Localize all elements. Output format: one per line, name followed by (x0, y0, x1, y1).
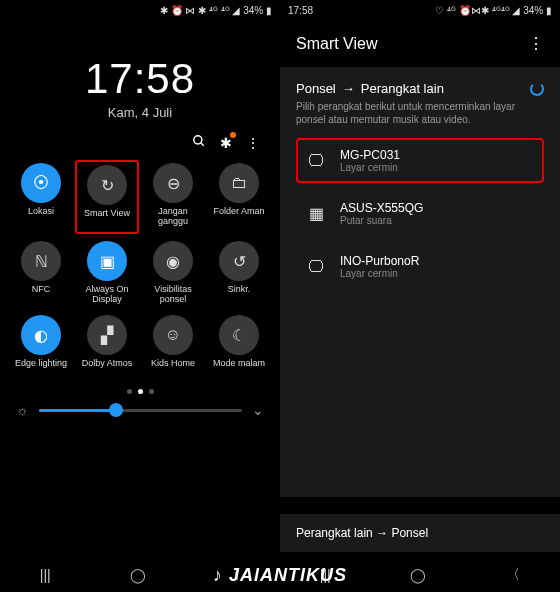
brightness-slider[interactable]: ☼ ⌄ (0, 394, 280, 422)
device-icon: ▦ (304, 204, 328, 223)
tile-icon: ▞ (87, 315, 127, 355)
home-button[interactable]: ◯ (410, 567, 426, 583)
device-name: MG-PC031 (340, 148, 400, 162)
device-name: ASUS-X555QG (340, 201, 423, 215)
section-heading: Ponsel → Perangkat lain (296, 81, 544, 96)
tile-label: Mode malam (213, 359, 265, 379)
status-bar: ✱ ⏰ ⋈ ✱ ⁴ᴳ ⁴ᴳ ◢ 34% ▮ (0, 0, 280, 20)
quick-tile[interactable]: ℕNFC (12, 241, 70, 305)
app-header: Smart View ⋮ (280, 20, 560, 63)
quick-tile[interactable]: ☺Kids Home (144, 315, 202, 379)
time-display: 17:58 (0, 55, 280, 103)
tile-label: Kids Home (151, 359, 195, 379)
tile-icon: ↺ (219, 241, 259, 281)
quick-tile[interactable]: ▞Dolby Atmos (78, 315, 136, 379)
tile-label: Visibilitas ponsel (144, 285, 202, 305)
device-icon: 🖵 (304, 152, 328, 170)
tile-icon: ☾ (219, 315, 259, 355)
tile-icon: ◐ (21, 315, 61, 355)
quick-tile[interactable]: ↺Sinkr. (210, 241, 268, 305)
home-button[interactable]: ◯ (130, 567, 146, 583)
page-title: Smart View (296, 35, 378, 53)
svg-point-0 (194, 136, 202, 144)
tile-label: Sinkr. (228, 285, 251, 305)
tile-icon: ↻ (87, 165, 127, 205)
status-bar: 17:58 ♡ ⁴ᴳ ⏰⋈✱ ⁴ᴳ⁴ᴳ ◢ 34% ▮ (280, 0, 560, 20)
clock-panel: 17:58 Kam, 4 Juli (0, 55, 280, 120)
tile-label: Jangan ganggu (144, 207, 202, 227)
tile-icon: ▣ (87, 241, 127, 281)
quick-tile[interactable]: 🗀Folder Aman (210, 163, 268, 231)
menu-icon[interactable]: ⋮ (246, 135, 260, 151)
device-subtitle: Layar cermin (340, 162, 400, 173)
quick-tile[interactable]: ↻Smart View (75, 160, 139, 234)
loading-spinner-icon (530, 82, 544, 96)
tile-icon: ⊖ (153, 163, 193, 203)
tile-icon: ◉ (153, 241, 193, 281)
tile-label: Folder Aman (213, 207, 264, 227)
tile-label: NFC (32, 285, 51, 305)
watermark-logo: ♪ JAlANTIKUS (213, 565, 347, 586)
tile-label: Dolby Atmos (82, 359, 133, 379)
device-item[interactable]: 🖵MG-PC031Layar cermin (296, 138, 544, 183)
overflow-menu-icon[interactable]: ⋮ (528, 34, 544, 53)
arrow-right-icon: → (342, 81, 355, 96)
tile-label: Always On Display (78, 285, 136, 305)
recents-button[interactable]: ||| (40, 567, 51, 583)
quick-tiles-grid: ⦿Lokasi↻Smart View⊖Jangan ganggu🗀Folder … (0, 157, 280, 385)
svg-line-1 (201, 143, 204, 146)
device-icon: 🖵 (304, 258, 328, 276)
device-list: 🖵MG-PC031Layar cermin▦ASUS-X555QGPutar s… (296, 138, 544, 289)
tile-icon: 🗀 (219, 163, 259, 203)
device-item[interactable]: 🖵INO-PurbonoRLayar cermin (296, 244, 544, 289)
tile-icon: ℕ (21, 241, 61, 281)
device-item[interactable]: ▦ASUS-X555QGPutar suara (296, 191, 544, 236)
tile-icon: ⦿ (21, 163, 61, 203)
date-display: Kam, 4 Juli (0, 105, 280, 120)
search-icon[interactable] (192, 134, 206, 151)
tile-label: Smart View (84, 209, 130, 229)
chevron-down-icon[interactable]: ⌄ (252, 402, 264, 418)
back-button[interactable]: 〈 (506, 566, 520, 584)
section-subtitle: Pilih perangkat berikut untuk mencermink… (296, 100, 544, 126)
quick-tile[interactable]: ◐Edge lighting (12, 315, 70, 379)
reverse-direction-section[interactable]: Perangkat lain → Ponsel (280, 514, 560, 552)
arrow-right-icon: → (376, 526, 391, 540)
quick-tile[interactable]: ▣Always On Display (78, 241, 136, 305)
device-name: INO-PurbonoR (340, 254, 419, 268)
direction-section: Ponsel → Perangkat lain Pilih perangkat … (280, 67, 560, 497)
device-subtitle: Putar suara (340, 215, 423, 226)
brightness-icon: ☼ (16, 402, 29, 418)
quick-tile[interactable]: ☾Mode malam (210, 315, 268, 379)
quick-tile[interactable]: ◉Visibilitas ponsel (144, 241, 202, 305)
tile-label: Edge lighting (15, 359, 67, 379)
tile-icon: ☺ (153, 315, 193, 355)
device-subtitle: Layar cermin (340, 268, 419, 279)
quick-tile[interactable]: ⊖Jangan ganggu (144, 163, 202, 231)
quick-tile[interactable]: ⦿Lokasi (12, 163, 70, 231)
settings-icon[interactable]: ✱ (220, 135, 232, 151)
quick-actions: ✱ ⋮ (0, 120, 280, 157)
tile-label: Lokasi (28, 207, 54, 227)
